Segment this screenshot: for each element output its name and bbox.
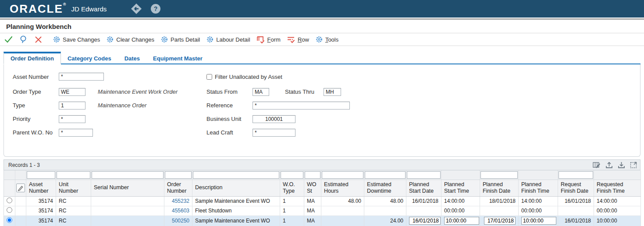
planned-finish-date-input[interactable] bbox=[484, 217, 516, 225]
gear-icon bbox=[160, 35, 168, 43]
cell-serial-number bbox=[91, 196, 164, 206]
cell-planned-start-date: 16/01/2018 bbox=[406, 196, 441, 206]
planned-start-time-input[interactable] bbox=[444, 217, 479, 225]
col-header-planned-start-time[interactable]: Planned Start Time bbox=[441, 180, 480, 196]
order-number-link[interactable]: 455603 bbox=[172, 208, 189, 214]
col-header-planned-finish-time[interactable]: Planned Finish Time bbox=[519, 180, 558, 196]
order-number-link[interactable]: 500250 bbox=[172, 218, 189, 224]
col-header-planned-finish-date[interactable]: Planned Finish Date bbox=[480, 180, 519, 196]
records-count: Records 1 - 3 bbox=[8, 162, 40, 168]
order-number-link[interactable]: 455232 bbox=[172, 198, 189, 204]
type-input[interactable] bbox=[59, 102, 85, 109]
save-changes-button[interactable]: Save Changes bbox=[53, 35, 100, 43]
tab-strip: Order Definition Category Codes Dates Eq… bbox=[4, 52, 640, 64]
row-select-radio[interactable] bbox=[7, 217, 12, 223]
cell-requested-finish-time: 14:00:00 bbox=[594, 196, 641, 206]
lead-craft-input[interactable] bbox=[253, 129, 295, 137]
edit-column-header-icon[interactable] bbox=[16, 184, 25, 192]
col-header-planned-start-date[interactable]: Planned Start Date bbox=[406, 180, 441, 196]
tab-order-definition[interactable]: Order Definition bbox=[4, 52, 61, 64]
filter-request-finish-date[interactable] bbox=[559, 171, 593, 179]
asset-number-input[interactable] bbox=[59, 73, 104, 81]
tools-menu[interactable]: Tools bbox=[315, 35, 338, 43]
col-header-serial-number[interactable]: Serial Number bbox=[91, 180, 164, 196]
col-header-order-number[interactable]: Order Number bbox=[164, 180, 192, 196]
col-header-unit-number[interactable]: Unit Number bbox=[56, 180, 91, 196]
filter-estimated-hours[interactable] bbox=[322, 171, 363, 179]
find-icon[interactable] bbox=[18, 34, 29, 45]
col-header-estimated-hours[interactable]: Estimated Hours bbox=[321, 180, 364, 196]
records-bar: Records 1 - 3 bbox=[4, 159, 640, 170]
row-select-radio[interactable] bbox=[7, 198, 12, 203]
cell-unit-number: RC bbox=[56, 206, 91, 215]
filter-row bbox=[4, 170, 641, 180]
col-header-requested-finish-time[interactable]: Requested Finish Time bbox=[594, 180, 641, 196]
clear-changes-label: Clear Changes bbox=[116, 36, 154, 43]
product-name: JD Edwards bbox=[71, 5, 107, 13]
order-type-input[interactable] bbox=[59, 88, 85, 96]
planned-finish-time-input[interactable] bbox=[521, 217, 556, 225]
import-icon[interactable] bbox=[617, 161, 625, 169]
filter-wo-type[interactable] bbox=[281, 171, 303, 179]
order-type-label: Order Type bbox=[13, 88, 59, 95]
navigate-back-icon[interactable] bbox=[131, 3, 142, 14]
status-from-input[interactable] bbox=[253, 88, 269, 96]
parent-wo-input[interactable] bbox=[59, 129, 93, 137]
filter-asset-number[interactable] bbox=[27, 171, 55, 179]
cell-planned-finish-time: 00:00:00 bbox=[519, 206, 558, 215]
row-select-radio[interactable] bbox=[7, 207, 12, 213]
priority-label: Priority bbox=[13, 116, 59, 122]
close-icon[interactable] bbox=[32, 34, 44, 45]
title-bar: Planning Workbench bbox=[0, 20, 644, 33]
filter-unallocated-checkbox[interactable] bbox=[206, 74, 212, 80]
cell-request-finish-date: 16/01/2018 bbox=[558, 215, 594, 226]
reference-input[interactable] bbox=[253, 102, 350, 109]
export-icon[interactable] bbox=[605, 161, 613, 169]
ok-check-icon[interactable] bbox=[3, 34, 14, 45]
filter-serial-number[interactable] bbox=[92, 171, 164, 179]
cell-serial-number bbox=[91, 215, 164, 226]
priority-input[interactable] bbox=[59, 115, 85, 123]
parts-detail-button[interactable]: Parts Detail bbox=[160, 35, 200, 43]
filter-order-number[interactable] bbox=[165, 171, 192, 179]
form-menu[interactable]: Form bbox=[256, 35, 281, 44]
gear-icon bbox=[53, 35, 60, 43]
status-from-label: Status From bbox=[206, 88, 253, 95]
labour-detail-button[interactable]: Labour Detail bbox=[206, 35, 250, 43]
cell-unit-number: RC bbox=[56, 196, 91, 206]
tab-category-codes[interactable]: Category Codes bbox=[61, 53, 118, 64]
cell-asset-number: 35174 bbox=[26, 215, 56, 226]
records-section: Records 1 - 3 bbox=[4, 159, 640, 226]
col-header-request-finish-date[interactable]: Request Finish Date bbox=[558, 180, 594, 196]
cell-wo-st: MA bbox=[304, 206, 321, 215]
cell-estimated-downtime bbox=[364, 206, 406, 215]
col-header-asset-number[interactable]: Asset Number bbox=[26, 180, 56, 196]
col-header-wo-type[interactable]: W.O. Type bbox=[280, 180, 304, 196]
filter-planned-finish-date[interactable] bbox=[480, 171, 518, 179]
cell-planned-finish-time: 14:00:00 bbox=[519, 196, 558, 206]
tab-equipment-master[interactable]: Equipment Master bbox=[146, 53, 209, 64]
help-icon[interactable]: ? bbox=[150, 3, 161, 14]
filter-wo-st[interactable] bbox=[305, 171, 320, 179]
planned-start-date-input[interactable] bbox=[409, 217, 441, 225]
oracle-logo: ORACLE® bbox=[10, 2, 67, 16]
tab-dates[interactable]: Dates bbox=[118, 53, 146, 64]
col-header-description[interactable]: Description bbox=[192, 180, 280, 196]
filter-unit-number[interactable] bbox=[57, 171, 90, 179]
filter-description[interactable] bbox=[193, 171, 279, 179]
cell-planned-finish-date bbox=[480, 206, 519, 215]
table-row: 35174 RC 455232 Sample Maintenance Event… bbox=[4, 196, 641, 206]
expand-grid-icon[interactable] bbox=[630, 161, 637, 169]
status-thru-input[interactable] bbox=[324, 88, 341, 96]
filter-planned-start-date[interactable] bbox=[407, 171, 441, 179]
page-title: Planning Workbench bbox=[6, 23, 638, 30]
col-header-wo-st[interactable]: WO St bbox=[304, 180, 321, 196]
business-unit-input[interactable] bbox=[253, 115, 295, 123]
clear-changes-button[interactable]: Clear Changes bbox=[106, 35, 154, 43]
customize-grid-icon[interactable] bbox=[593, 161, 601, 169]
row-menu[interactable]: Row bbox=[287, 35, 309, 44]
col-header-estimated-downtime[interactable]: Estimated Downtime bbox=[364, 180, 406, 196]
filter-estimated-downtime[interactable] bbox=[365, 171, 406, 179]
table-row: 35174 RC 455603 Fleet Shutdown 1 MA 00:0… bbox=[4, 206, 641, 215]
app-header: ORACLE® JD Edwards ? bbox=[0, 0, 644, 18]
